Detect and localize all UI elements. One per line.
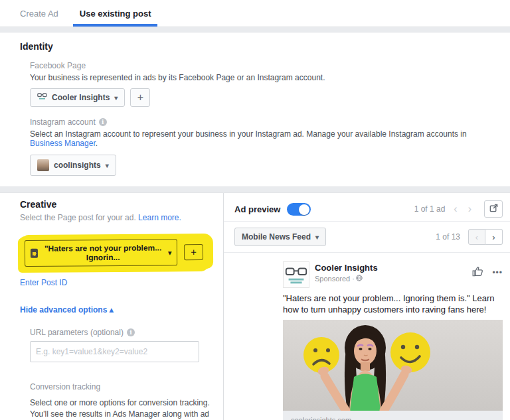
instagram-account-label-text: Instagram account: [30, 117, 96, 127]
next-ad-button[interactable]: ›: [466, 204, 473, 214]
instagram-account-selected: coolinsights: [54, 161, 101, 170]
tab-create-ad[interactable]: Create Ad: [9, 0, 69, 27]
globe-icon: [356, 275, 363, 283]
page-logo-icon: [37, 93, 47, 102]
caret-up-icon: ▴: [110, 305, 114, 315]
caret-down-icon: ▾: [168, 249, 171, 256]
post-select-text: "Haters are not your problem... Ignorin.…: [42, 243, 163, 262]
post-body-text: "Haters are not your problem... Ignoring…: [283, 293, 503, 316]
like-icon[interactable]: [471, 265, 484, 280]
post-image[interactable]: [283, 320, 503, 411]
frame-pager-text: 1 of 13: [436, 232, 460, 242]
ad-pager-text: 1 of 1 ad: [414, 204, 446, 214]
ad-preview-title: Ad preview: [234, 204, 280, 214]
caret-down-icon: ▾: [114, 94, 118, 102]
facebook-page-label: Facebook Page: [30, 61, 490, 70]
more-options-icon[interactable]: •••: [492, 268, 503, 277]
instagram-description: Select an Instagram account to represent…: [30, 129, 490, 148]
tab-bar: Create Ad Use existing post: [0, 0, 510, 27]
instagram-account-label: Instagram account i: [30, 117, 490, 127]
add-facebook-page-button[interactable]: +: [130, 88, 150, 107]
expand-preview-button[interactable]: [484, 200, 503, 218]
creative-subtitle: Select the Page post for your ad. Learn …: [20, 213, 210, 222]
conversion-tracking-label: Conversion tracking: [30, 382, 210, 391]
facebook-page-selected: Cooler Insights: [52, 93, 110, 102]
hide-advanced-options-text: Hide advanced options: [20, 305, 110, 315]
tab-use-existing-post[interactable]: Use existing post: [69, 0, 162, 27]
expand-icon: [489, 203, 499, 215]
ad-preview-panel: Ad preview 1 of 1 ad ‹ › Mobile News Fee…: [224, 193, 510, 420]
hide-advanced-options-link[interactable]: Hide advanced options ▴: [20, 305, 114, 315]
previous-ad-button[interactable]: ‹: [452, 204, 459, 214]
next-frame-button[interactable]: ›: [485, 229, 503, 245]
identity-title: Identity: [20, 41, 490, 52]
post-select-highlight: "Haters are not your problem... Ignorin.…: [20, 235, 210, 271]
instagram-account-dropdown[interactable]: coolinsights ▾: [30, 155, 116, 176]
previous-frame-button[interactable]: ‹: [468, 229, 485, 245]
caret-down-icon: ▾: [106, 162, 109, 169]
caret-down-icon: ▾: [315, 234, 319, 241]
url-parameters-label: URL parameters (optional) i: [30, 328, 210, 337]
ad-post-preview: Cooler Insights Sponsored · ••• "Haters …: [283, 261, 503, 420]
conversion-tracking-description: Select one or more options for conversio…: [30, 397, 211, 420]
instagram-description-suffix: .: [96, 139, 98, 148]
create-new-post-button[interactable]: +: [184, 244, 203, 260]
creative-title: Creative: [20, 199, 210, 210]
post-domain: coolerinsights.com: [291, 416, 414, 420]
post-page-name[interactable]: Cooler Insights: [315, 263, 378, 273]
sponsored-label: Sponsored ·: [315, 275, 355, 283]
instagram-avatar: [37, 159, 49, 171]
post-thumbnail-icon: [31, 249, 38, 258]
learn-more-link[interactable]: Learn more.: [138, 213, 181, 222]
info-icon[interactable]: i: [127, 328, 135, 336]
enter-post-id-link[interactable]: Enter Post ID: [20, 278, 67, 287]
info-icon[interactable]: i: [99, 118, 107, 126]
creative-panel: Creative Select the Page post for your a…: [0, 193, 224, 420]
identity-section: Identity Facebook Page Your business is …: [0, 32, 510, 187]
page-avatar[interactable]: [283, 261, 309, 288]
creative-section: Creative Select the Page post for your a…: [0, 192, 510, 420]
url-parameters-label-text: URL parameters (optional): [30, 328, 124, 337]
placement-dropdown[interactable]: Mobile News Feed ▾: [234, 228, 326, 246]
business-manager-link[interactable]: Business Manager: [30, 139, 96, 148]
post-link-footer: coolerinsights.com How to Turn Unhappy C…: [283, 411, 503, 420]
instagram-description-text: Select an Instagram account to represent…: [30, 129, 467, 139]
facebook-page-dropdown[interactable]: Cooler Insights ▾: [30, 88, 125, 107]
facebook-page-description: Your business is represented in ads by i…: [30, 73, 490, 82]
creative-subtitle-text: Select the Page post for your ad.: [20, 213, 138, 222]
post-select-dropdown[interactable]: "Haters are not your problem... Ignorin.…: [25, 239, 178, 267]
ad-preview-toggle[interactable]: [287, 203, 311, 216]
url-parameters-input[interactable]: [30, 341, 199, 362]
placement-selected: Mobile News Feed: [242, 232, 311, 242]
